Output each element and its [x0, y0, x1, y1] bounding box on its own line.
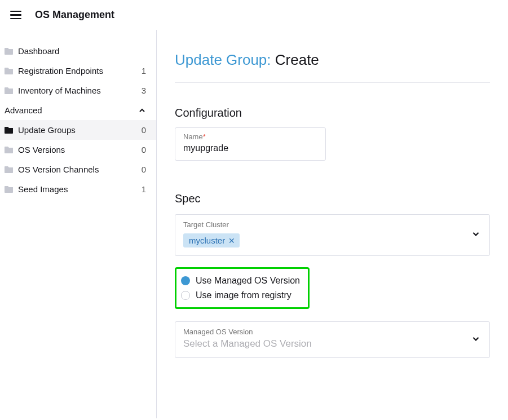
folder-icon: [5, 87, 14, 94]
chevron-down-icon[interactable]: [471, 334, 480, 346]
sidebar-item-label: OS Versions: [18, 145, 142, 154]
hamburger-menu-icon[interactable]: [10, 11, 21, 20]
sidebar-item-count: 1: [142, 184, 146, 194]
sidebar-item-label: OS Version Channels: [18, 165, 142, 174]
chevron-up-icon: [138, 107, 146, 114]
radio-label: Use image from registry: [196, 290, 291, 300]
sidebar-section-label: Advanced: [5, 105, 138, 115]
target-cluster-label: Target Cluster: [183, 220, 482, 229]
name-label: Name*: [183, 132, 317, 141]
spec-heading: Spec: [175, 192, 490, 205]
name-input[interactable]: [183, 143, 317, 153]
main-content: Update Group: Create Configuration Name*…: [157, 30, 508, 418]
page-title-prefix: Update Group:: [175, 51, 275, 68]
radio-use-image-from-registry[interactable]: Use image from registry: [181, 288, 300, 303]
radio-selected-icon: [181, 276, 190, 285]
folder-icon: [5, 166, 14, 173]
chevron-down-icon[interactable]: [471, 229, 480, 241]
sidebar-item-label: Dashboard: [18, 46, 146, 56]
configuration-heading: Configuration: [175, 107, 490, 120]
radio-unselected-icon: [181, 291, 190, 300]
sidebar-item-inventory-machines[interactable]: Inventory of Machines 3: [0, 81, 156, 100]
app-title: OS Management: [35, 9, 114, 21]
sidebar-item-update-groups[interactable]: Update Groups 0: [0, 120, 156, 140]
target-cluster-field[interactable]: Target Cluster mycluster ✕: [175, 214, 490, 256]
folder-icon: [5, 146, 14, 153]
page-title: Update Group: Create: [175, 51, 490, 83]
sidebar-item-label: Seed Images: [18, 184, 142, 194]
remove-tag-icon[interactable]: ✕: [228, 237, 235, 245]
sidebar-item-count: 0: [142, 145, 146, 154]
sidebar-item-registration-endpoints[interactable]: Registration Endpoints 1: [0, 61, 156, 81]
sidebar-item-count: 0: [142, 165, 146, 174]
managed-os-version-select[interactable]: Managed OS Version Select a Managed OS V…: [175, 321, 490, 358]
sidebar-item-count: 3: [142, 86, 146, 95]
app-header: OS Management: [0, 0, 508, 30]
page-title-suffix: Create: [275, 51, 319, 68]
version-source-radio-group: Use Managed OS Version Use image from re…: [175, 267, 310, 309]
sidebar-item-count: 0: [142, 125, 146, 135]
name-field-box[interactable]: Name*: [175, 127, 326, 161]
sidebar-item-label: Registration Endpoints: [18, 66, 142, 76]
sidebar-item-os-versions[interactable]: OS Versions 0: [0, 140, 156, 160]
managed-os-version-placeholder: Select a Managed OS Version: [183, 338, 482, 350]
sidebar-item-dashboard[interactable]: Dashboard: [0, 41, 156, 61]
cluster-tag-label: mycluster: [189, 236, 225, 245]
sidebar-item-os-version-channels[interactable]: OS Version Channels 0: [0, 160, 156, 179]
sidebar-item-label: Inventory of Machines: [18, 86, 142, 95]
radio-label: Use Managed OS Version: [196, 276, 300, 286]
sidebar-item-label: Update Groups: [18, 125, 142, 135]
managed-os-version-label: Managed OS Version: [183, 328, 482, 336]
sidebar-item-seed-images[interactable]: Seed Images 1: [0, 179, 156, 199]
folder-icon: [5, 126, 14, 134]
folder-icon: [5, 185, 14, 193]
sidebar-item-count: 1: [142, 66, 146, 76]
sidebar-section-advanced[interactable]: Advanced: [0, 100, 156, 120]
folder-icon: [5, 67, 14, 74]
folder-icon: [5, 47, 14, 55]
cluster-tag: mycluster ✕: [183, 233, 240, 247]
sidebar: Dashboard Registration Endpoints 1 Inven…: [0, 30, 157, 418]
radio-use-managed-os-version[interactable]: Use Managed OS Version: [181, 273, 300, 288]
